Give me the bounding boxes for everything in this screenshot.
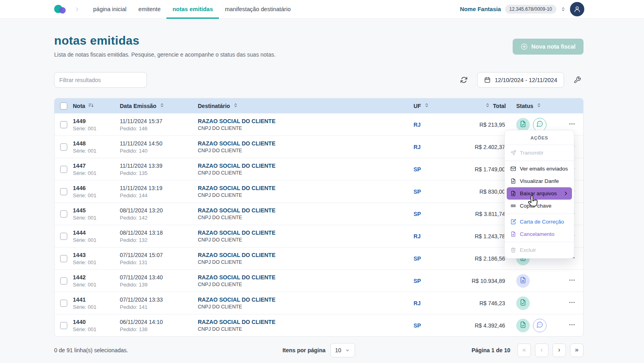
- nav-item-emitente[interactable]: emitente: [133, 0, 167, 19]
- row-actions-button[interactable]: [567, 275, 577, 286]
- total-value: R$ 10.934,89: [457, 278, 506, 284]
- main-nav: página inicialemitentenotas emitidasmani…: [87, 0, 297, 19]
- ellipsis-icon: [568, 321, 576, 330]
- col-status[interactable]: Status: [506, 102, 561, 109]
- select-all-checkbox[interactable]: [60, 102, 67, 110]
- status-danfe-authorized-icon[interactable]: [516, 296, 530, 310]
- menu-item-ver-emails-enviados[interactable]: Ver emails enviados: [507, 163, 572, 175]
- company-switcher-icon[interactable]: [560, 6, 566, 12]
- menu-item-cancelamento[interactable]: Cancelamento: [507, 228, 572, 240]
- chevron-right-icon: [563, 191, 568, 196]
- status-messages-icon[interactable]: [533, 319, 546, 332]
- new-invoice-button[interactable]: Nova nota fiscal: [513, 39, 584, 55]
- col-nota[interactable]: Nota: [73, 102, 120, 110]
- col-data-emissao[interactable]: Data Emissão: [120, 102, 198, 109]
- nota-serie: Série: 001: [73, 126, 120, 131]
- data-emissao: 07/11/2024 13:40: [120, 274, 198, 281]
- row-checkbox[interactable]: [60, 277, 67, 285]
- destinatario-link[interactable]: RAZAO SOCIAL DO CLIENTE: [198, 140, 414, 147]
- row-checkbox[interactable]: [60, 300, 67, 307]
- data-emissao: 11/11/2024 13:39: [120, 163, 198, 169]
- total-value: R$ 2.186,56: [457, 255, 506, 262]
- row-checkbox[interactable]: [60, 188, 67, 195]
- table-row: 1447Série: 00111/11/2024 13:39Pedido: 13…: [55, 158, 583, 180]
- table-settings-button[interactable]: [571, 74, 584, 86]
- pager-prev-button[interactable]: ‹: [535, 343, 548, 357]
- company-name[interactable]: Nome Fantasia: [460, 6, 501, 12]
- filter-input[interactable]: [54, 72, 147, 88]
- menu-item-transmitir: Transmitir: [507, 147, 572, 159]
- menu-item-excluir: Excluir: [507, 244, 572, 256]
- menu-item-carta-de-correcao[interactable]: Carta de Correção: [507, 216, 572, 228]
- destinatario-link[interactable]: RAZAO SOCIAL DO CLIENTE: [198, 274, 414, 281]
- nota-number: 1444: [73, 230, 120, 236]
- nota-number: 1446: [73, 185, 120, 191]
- menu-divider: [505, 214, 574, 214]
- uf-value: SP: [414, 322, 457, 329]
- status-messages-icon[interactable]: [533, 118, 546, 131]
- data-emissao: 11/11/2024 13:19: [120, 185, 198, 191]
- row-checkbox[interactable]: [60, 143, 67, 151]
- nota-serie: Série: 001: [73, 192, 120, 198]
- destinatario-link[interactable]: RAZAO SOCIAL DO CLIENTE: [198, 163, 414, 169]
- destinatario-link[interactable]: RAZAO SOCIAL DO CLIENTE: [198, 319, 414, 325]
- pager-next-button[interactable]: ›: [552, 343, 566, 357]
- refresh-button[interactable]: [458, 74, 470, 86]
- destinatario-link[interactable]: RAZAO SOCIAL DO CLIENTE: [198, 185, 414, 191]
- menu-item-copiar-chave[interactable]: Copiar chave: [507, 200, 572, 212]
- nota-number: 1445: [73, 207, 120, 214]
- table-row: 1449Série: 00111/11/2024 15:37Pedido: 14…: [55, 113, 583, 135]
- row-checkbox[interactable]: [60, 322, 67, 329]
- sort-desc-icon: [88, 102, 94, 110]
- row-actions-button[interactable]: [567, 320, 577, 331]
- row-actions-button[interactable]: [567, 297, 577, 309]
- pager-first-button[interactable]: «: [517, 343, 531, 357]
- destinatario-link[interactable]: RAZAO SOCIAL DO CLIENTE: [198, 296, 414, 303]
- status-danfe-authorized-icon[interactable]: [516, 118, 530, 131]
- menu-divider: [505, 145, 574, 145]
- destinatario-cnpj: CNPJ DO CLIENTE: [198, 326, 414, 332]
- send-icon: [510, 150, 516, 156]
- pedido: Pedido: 139: [120, 282, 198, 288]
- uf-value: RJ: [414, 122, 457, 128]
- row-checkbox[interactable]: [60, 233, 67, 240]
- destinatario-link[interactable]: RAZAO SOCIAL DO CLIENTE: [198, 252, 414, 258]
- actions-menu: AÇÕESTransmitirVer emails enviadosVisual…: [504, 130, 574, 259]
- menu-divider: [505, 161, 574, 161]
- pager-last-button[interactable]: »: [570, 343, 584, 357]
- row-actions-button[interactable]: [567, 119, 577, 130]
- destinatario-cnpj: CNPJ DO CLIENTE: [198, 259, 414, 265]
- row-checkbox[interactable]: [60, 255, 67, 262]
- breadcrumb-chevron-icon: [74, 6, 80, 12]
- file-check-icon: [519, 321, 527, 330]
- menu-item-baixar-arquivos[interactable]: Baixar arquivos: [507, 187, 572, 200]
- sort-icon: [159, 102, 165, 109]
- user-avatar[interactable]: [570, 2, 584, 16]
- app-logo[interactable]: [54, 4, 68, 15]
- status-danfe-authorized-icon[interactable]: [516, 319, 530, 332]
- col-uf[interactable]: UF: [414, 102, 457, 109]
- pedido: Pedido: 131: [120, 259, 198, 265]
- per-page-select[interactable]: 10: [330, 343, 355, 357]
- nav-item-manifestacao-destinatario[interactable]: manifestação destinatário: [219, 0, 297, 19]
- destinatario-link[interactable]: RAZAO SOCIAL DO CLIENTE: [198, 207, 414, 214]
- col-destinatario[interactable]: Destinatário: [198, 102, 414, 109]
- status-danfe-rejected-icon[interactable]: [516, 274, 530, 288]
- nav-item-notas-emitidas[interactable]: notas emitidas: [166, 0, 219, 19]
- nota-number: 1441: [73, 296, 120, 303]
- file-icon: [510, 178, 516, 184]
- destinatario-cnpj: CNPJ DO CLIENTE: [198, 170, 414, 176]
- row-checkbox[interactable]: [60, 166, 67, 173]
- menu-item-visualizar-danfe[interactable]: Visualizar Danfe: [507, 175, 572, 187]
- destinatario-link[interactable]: RAZAO SOCIAL DO CLIENTE: [198, 118, 414, 124]
- nav-item-pagina-inicial[interactable]: página inicial: [87, 0, 133, 19]
- total-value: R$ 1.243,78: [457, 233, 506, 239]
- page-title: notas emitidas: [54, 34, 275, 47]
- destinatario-link[interactable]: RAZAO SOCIAL DO CLIENTE: [198, 230, 414, 236]
- col-total[interactable]: Total: [457, 102, 506, 109]
- pedido: Pedido: 141: [120, 304, 198, 310]
- nota-number: 1440: [73, 319, 120, 325]
- date-range-button[interactable]: 12/10/2024 - 12/11/2024: [477, 72, 564, 88]
- row-checkbox[interactable]: [60, 210, 67, 218]
- row-checkbox[interactable]: [60, 121, 67, 128]
